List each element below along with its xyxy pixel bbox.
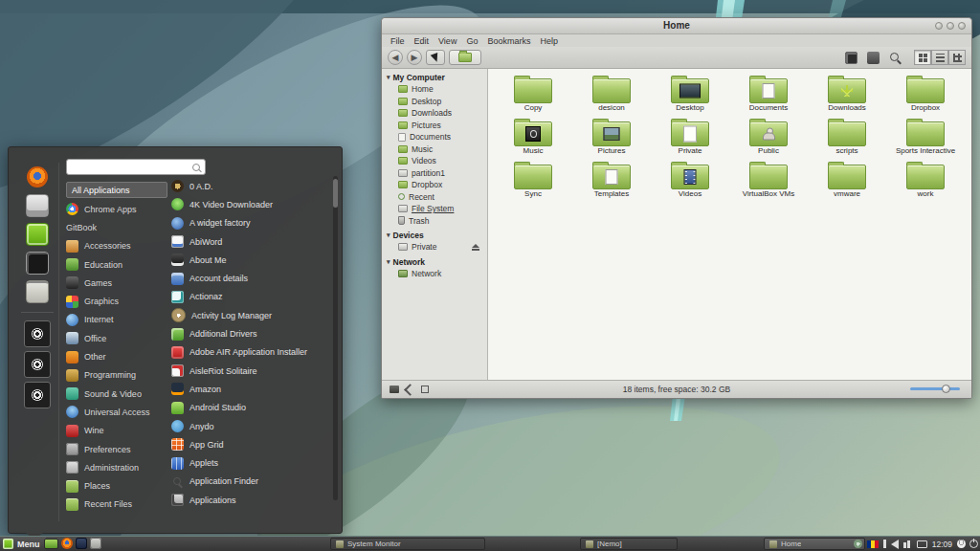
sidebar-item-pictures[interactable]: Pictures [382, 120, 487, 132]
app-android-studio[interactable]: Android Studio [171, 399, 332, 417]
app-app-grid[interactable]: App Grid [171, 435, 332, 453]
minimize-button[interactable] [935, 22, 943, 30]
app-0-a-d[interactable]: 0 A.D. [171, 177, 332, 195]
file-sync[interactable]: Sync [494, 159, 572, 202]
favorite-file-manager[interactable] [23, 277, 52, 306]
firefox-launcher[interactable] [61, 538, 73, 549]
category-accessories[interactable]: Accessories [66, 237, 167, 255]
file-desktop[interactable]: Desktop [651, 73, 729, 116]
app-activity-log-manager[interactable]: Activity Log Manager [171, 306, 332, 324]
search-icon[interactable] [889, 52, 902, 64]
file-virtualbox-vms[interactable]: VirtualBox VMs [729, 159, 808, 202]
app-adobe-air-application-installer[interactable]: Adobe AIR Application Installer [171, 343, 332, 362]
file-copy[interactable]: Copy [494, 73, 572, 116]
app-application-finder[interactable]: Application Finder [171, 473, 332, 491]
app-applets[interactable]: Applets [171, 453, 332, 472]
app-a-widget-factory[interactable]: A widget factory [171, 214, 332, 232]
favorite-terminal[interactable] [23, 249, 52, 277]
category-places[interactable]: Places [66, 476, 167, 495]
category-games[interactable]: Games [66, 274, 167, 292]
app-4k-video-downloader[interactable]: 4K Video Downloader [171, 195, 332, 213]
sidebar-item-recent[interactable]: Recent [382, 191, 487, 204]
display-tray-icon[interactable] [917, 540, 927, 548]
app-applications[interactable]: Applications [171, 491, 332, 509]
category-sound-video[interactable]: Sound & Video [66, 385, 167, 403]
forward-button[interactable]: ▶ [407, 50, 422, 65]
sidebar-item-file-system[interactable]: File System [382, 203, 487, 215]
menu-scrollbar[interactable] [333, 176, 338, 500]
sidebar-item-private[interactable]: Private [382, 241, 487, 253]
show-desktop-button[interactable] [44, 539, 58, 549]
file-scripts[interactable]: scripts [808, 116, 886, 159]
zoom-slider[interactable] [910, 387, 960, 390]
menubar-bookmarks[interactable]: Bookmarks [482, 36, 535, 46]
network-tray-icon[interactable] [903, 540, 912, 548]
category-education[interactable]: Education [66, 255, 167, 274]
breadcrumb-home[interactable] [449, 50, 481, 65]
menu-scrollbar-thumb[interactable] [333, 179, 338, 208]
open-terminal-icon[interactable] [845, 52, 858, 64]
close-button[interactable] [958, 22, 966, 30]
taskbar-window-system-monitor[interactable]: System Monitor [330, 538, 485, 550]
category-gitbook[interactable]: GitBook [66, 218, 167, 236]
menubar-file[interactable]: File [386, 36, 410, 46]
back-button[interactable]: ◀ [388, 50, 403, 65]
menu-search-box[interactable] [66, 159, 206, 175]
updates-tray-icon[interactable] [854, 540, 862, 548]
sidebar-section-my-computer[interactable]: ▾My Computer [382, 69, 487, 83]
app-about-me[interactable]: About Me [171, 251, 332, 269]
toggle-location-icon[interactable] [867, 52, 880, 64]
favorite-desktop-settings[interactable] [23, 191, 52, 220]
edit-location-button[interactable] [426, 50, 445, 65]
file-downloads[interactable]: Downloads [808, 73, 886, 116]
file-videos[interactable]: Videos [651, 159, 729, 202]
menubar-view[interactable]: View [434, 36, 461, 46]
window-titlebar[interactable]: Home [382, 18, 971, 34]
eject-icon[interactable] [472, 244, 479, 251]
menubar-help[interactable]: Help [535, 36, 563, 46]
app-additional-drivers[interactable]: Additional Drivers [171, 324, 332, 342]
maximize-button[interactable] [947, 22, 954, 30]
file-sports-interactive[interactable]: Sports Interactive [886, 116, 965, 159]
power-tray-icon[interactable] [969, 540, 978, 548]
category-administration[interactable]: Administration [66, 458, 167, 476]
quit-button[interactable] [24, 382, 51, 408]
file-music[interactable]: Music [494, 116, 572, 159]
file-documents[interactable]: Documents [729, 73, 808, 116]
category-wine[interactable]: Wine [66, 422, 167, 440]
file-pictures[interactable]: Pictures [572, 116, 651, 159]
category-internet[interactable]: Internet [66, 311, 167, 329]
category-preferences[interactable]: Preferences [66, 440, 167, 458]
category-chrome-apps[interactable]: Chrome Apps [66, 200, 167, 218]
app-abiword[interactable]: AbiWord [171, 232, 332, 251]
file-public[interactable]: Public [729, 116, 808, 159]
sidebar-item-music[interactable]: Music [382, 143, 487, 156]
list-view-button[interactable] [931, 50, 948, 65]
sidebar-item-desktop[interactable]: Desktop [382, 96, 487, 108]
category-recent-files[interactable]: Recent Files [66, 496, 167, 514]
file-dropbox[interactable]: Dropbox [886, 73, 965, 116]
terminal-launcher[interactable] [90, 538, 101, 549]
app-launcher[interactable] [76, 538, 87, 549]
sidebar-item-trash[interactable]: Trash [382, 215, 487, 228]
lock-screen-button[interactable] [24, 320, 51, 347]
category-all-applications[interactable]: All Applications [66, 182, 167, 198]
app-amazon[interactable]: Amazon [171, 380, 332, 398]
file-work[interactable]: work [886, 159, 965, 202]
sidebar-item-network[interactable]: Network [382, 268, 487, 280]
favorite-software-manager[interactable] [23, 220, 52, 249]
category-graphics[interactable]: Graphics [66, 292, 167, 310]
zoom-slider-knob[interactable] [942, 385, 950, 393]
taskbar-window-nemo[interactable]: [Nemo] [580, 538, 678, 550]
sidebar-item-downloads[interactable]: Downloads [382, 107, 487, 120]
app-anydo[interactable]: Anydo [171, 417, 332, 435]
icon-view-button[interactable] [914, 50, 931, 65]
app-actionaz[interactable]: Actionaz [171, 288, 332, 306]
compact-view-button[interactable] [948, 50, 966, 65]
search-input[interactable] [67, 162, 192, 172]
category-other[interactable]: Other [66, 347, 167, 365]
user-tray-icon[interactable] [957, 540, 966, 548]
volume-tray-icon[interactable] [891, 540, 899, 549]
file-view[interactable]: CopydesiconDesktopDocumentsDownloadsDrop… [488, 69, 971, 381]
sidebar-item-videos[interactable]: Videos [382, 155, 487, 167]
